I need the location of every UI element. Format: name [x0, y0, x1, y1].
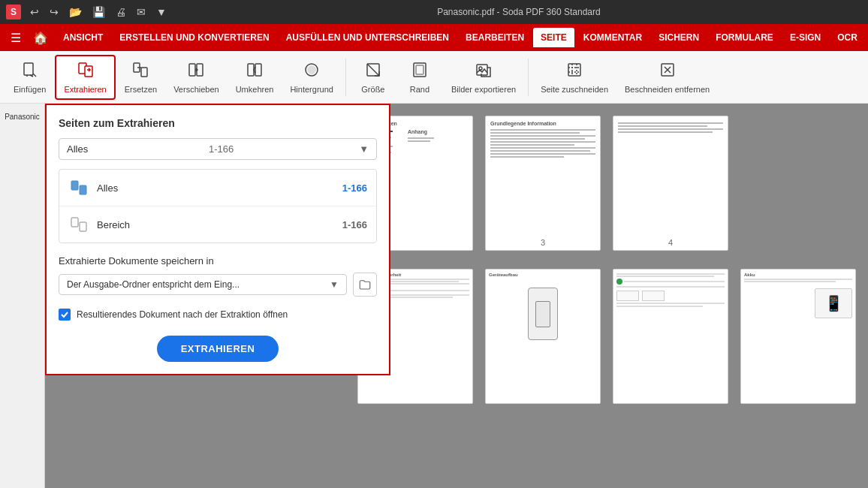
hamburger-menu[interactable]: ☰ — [6, 28, 26, 48]
page-thumb-7 — [613, 269, 728, 404]
rand-icon — [411, 61, 429, 83]
folder-button[interactable] — [353, 273, 377, 297]
menu-bearbeiten[interactable]: BEARBEITEN — [458, 28, 532, 47]
page-thumb-8: Akku 📱 — [740, 269, 856, 404]
page-number-3: 3 — [538, 235, 548, 250]
menu-ocr[interactable]: OCR — [830, 28, 865, 47]
dropdown-value: Alles — [67, 143, 88, 155]
page-number-4: 4 — [665, 235, 676, 250]
toolbar-hintergrund-label: Hintergrund — [290, 85, 333, 94]
print-button[interactable]: 🖨 — [113, 5, 129, 20]
toolbar-bilder-exportieren-label: Bilder exportieren — [451, 85, 516, 94]
home-button[interactable]: 🏠 — [27, 28, 54, 48]
einfuegen-icon — [21, 61, 39, 83]
bilder-exportieren-icon — [475, 61, 493, 83]
checkbox-row: Resultierendes Dokument nach der Extrakt… — [59, 309, 377, 321]
svg-rect-14 — [255, 64, 261, 76]
toolbar-divider — [345, 59, 346, 96]
undo-button[interactable]: ↩ — [27, 5, 42, 20]
svg-rect-32 — [71, 218, 78, 227]
open-after-extract-checkbox[interactable] — [59, 309, 71, 321]
title-bar-controls: ↩ ↪ 📂 💾 🖨 ✉ ▼ — [27, 5, 170, 20]
toolbar-einfuegen-label: Einfügen — [14, 85, 46, 94]
svg-rect-10 — [189, 64, 195, 76]
options-list: Alles 1-166 Bereich 1-166 — [59, 169, 377, 243]
menu-esign[interactable]: E-SIGN — [782, 28, 828, 47]
save-location-dropdown[interactable]: Der Ausgabe-Ordner entspricht dem Eing..… — [59, 274, 347, 295]
toolbar-ersetzen[interactable]: Ersetzen — [117, 56, 164, 98]
toolbar-rand[interactable]: Rand — [397, 56, 442, 98]
more-button[interactable]: ▼ — [153, 5, 170, 20]
main-content: Einstellungen An — [45, 104, 868, 488]
toolbar-extrahieren[interactable]: Extrahieren — [55, 55, 115, 100]
menu-kommentar[interactable]: KOMMENTAR — [576, 28, 649, 47]
toolbar-hintergrund[interactable]: Hintergrund — [282, 56, 340, 98]
svg-rect-8 — [141, 68, 147, 77]
menu-sichern[interactable]: SICHERN — [651, 28, 707, 47]
toolbar: Einfügen Extrahieren Ersetzen — [0, 51, 868, 104]
sidebar: Panasonic — [0, 104, 45, 488]
redo-button[interactable]: ↪ — [47, 5, 62, 20]
option-alles-label: Alles — [97, 182, 342, 194]
menu-ausfuellen[interactable]: AUSFÜLLEN UND UNTERSCHREIBEN — [279, 28, 457, 47]
menu-erstellen[interactable]: ERSTELLEN UND KONVERTIEREN — [112, 28, 276, 47]
toolbar-einfuegen[interactable]: Einfügen — [6, 56, 53, 98]
toolbar-groesse-label: Größe — [361, 85, 384, 94]
svg-rect-33 — [80, 222, 86, 231]
option-alles[interactable]: Alles 1-166 — [59, 170, 376, 206]
menu-ansicht[interactable]: ANSICHT — [56, 28, 110, 47]
dropdown-arrow-icon: ▼ — [359, 143, 369, 155]
svg-rect-19 — [416, 65, 423, 74]
menu-formulare[interactable]: FORMULARE — [708, 28, 781, 47]
svg-rect-31 — [80, 185, 86, 194]
window-title: Panasonic.pdf - Soda PDF 360 Standard — [176, 7, 862, 17]
svg-rect-13 — [248, 64, 254, 76]
checkbox-label: Resultierendes Dokument nach der Extrakt… — [77, 309, 288, 320]
page-range-dropdown[interactable]: Alles 1-166 ▼ — [59, 138, 377, 160]
toolbar-ersetzen-label: Ersetzen — [125, 85, 157, 94]
save-dropdown-arrow-icon: ▼ — [330, 279, 339, 290]
save-dropdown-row: Der Ausgabe-Ordner entspricht dem Eing..… — [59, 273, 377, 297]
extrahieren-icon — [77, 61, 95, 83]
verschieben-icon — [187, 61, 205, 83]
page-thumb-6: Geräteaufbau — [485, 269, 601, 404]
ersetzen-icon — [131, 61, 149, 83]
sidebar-doc-label: Panasonic — [3, 110, 41, 124]
toolbar-bilder-exportieren[interactable]: Bilder exportieren — [444, 56, 523, 98]
save-button[interactable]: 💾 — [89, 5, 108, 20]
toolbar-beschneiden-entfernen-label: Beschneiden entfernen — [625, 85, 710, 94]
toolbar-verschieben[interactable]: Verschieben — [166, 56, 227, 98]
toolbar-rand-label: Rand — [410, 85, 429, 94]
open-button[interactable]: 📂 — [66, 5, 85, 20]
panel-title: Seiten zum Extrahieren — [59, 117, 377, 129]
app-logo: S — [6, 5, 21, 20]
content-area: Panasonic Einstellungen — [0, 104, 868, 488]
seite-zuschneiden-icon — [565, 61, 583, 83]
toolbar-beschneiden-entfernen[interactable]: Beschneiden entfernen — [617, 56, 717, 98]
svg-rect-20 — [477, 65, 487, 75]
toolbar-divider2 — [528, 59, 529, 96]
option-bereich[interactable]: Bereich 1-166 — [59, 206, 376, 242]
groesse-icon — [364, 61, 382, 83]
toolbar-verschieben-label: Verschieben — [173, 85, 219, 94]
extraction-panel: Seiten zum Extrahieren Alles 1-166 ▼ — [45, 104, 390, 375]
save-location-text: Der Ausgabe-Ordner entspricht dem Eing..… — [67, 279, 240, 290]
email-button[interactable]: ✉ — [134, 5, 149, 20]
option-alles-range: 1-166 — [342, 182, 367, 194]
hintergrund-icon — [303, 61, 321, 83]
alles-icon — [68, 177, 89, 198]
menu-seite[interactable]: SEITE — [533, 28, 574, 47]
toolbar-extrahieren-label: Extrahieren — [64, 85, 106, 94]
svg-rect-30 — [71, 181, 78, 190]
extract-button[interactable]: EXTRAHIEREN — [157, 336, 279, 362]
umkehren-icon — [246, 61, 264, 83]
bereich-icon — [68, 214, 89, 235]
menu-bar: ☰ 🏠 ANSICHT ERSTELLEN UND KONVERTIEREN A… — [0, 24, 868, 51]
save-label: Extrahierte Dokumente speichern in — [59, 255, 377, 267]
toolbar-seite-zuschneiden[interactable]: Seite zuschneiden — [533, 56, 616, 98]
svg-rect-5 — [85, 66, 92, 77]
beschneiden-entfernen-icon — [659, 61, 677, 83]
toolbar-umkehren[interactable]: Umkehren — [228, 56, 282, 98]
option-bereich-range: 1-166 — [342, 219, 367, 230]
toolbar-groesse[interactable]: Größe — [351, 56, 396, 98]
